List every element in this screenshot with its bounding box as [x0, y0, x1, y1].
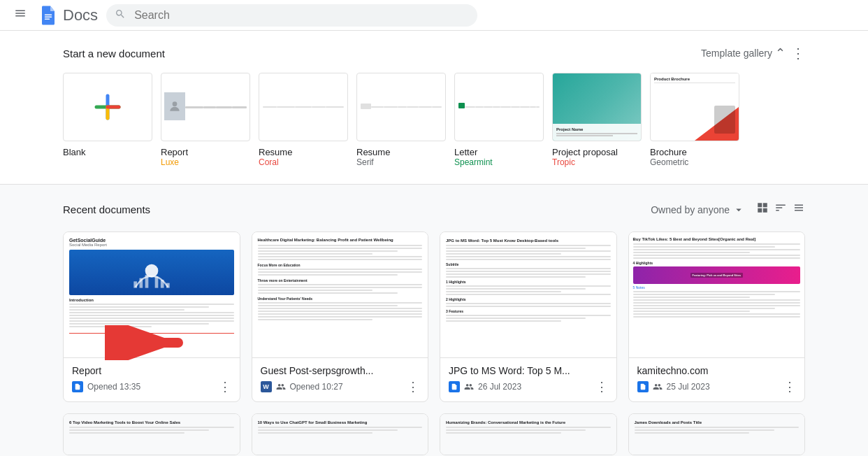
template-subname-spearmint: Spearmint: [454, 157, 493, 167]
doc-title: Report: [72, 365, 231, 376]
template-project-proposal[interactable]: Project Name Project proposal Tropic: [552, 73, 642, 167]
arrow-icon: [105, 325, 189, 360]
template-thumb-resume-coral: [259, 73, 348, 141]
template-gallery-button[interactable]: Template gallery ⌃: [701, 45, 786, 61]
doc-card-video-marketing[interactable]: 6 Top Video Marketing Tools to Boost You…: [63, 413, 240, 455]
doc-card-guest-post[interactable]: Healthcare Digital Marketing: Balancing …: [252, 231, 429, 402]
search-bar: [106, 4, 477, 27]
template-thumb-letter: [454, 73, 544, 141]
docs-grid: GetSocialGuide Social Media Report: [63, 231, 805, 402]
doc-card-chatgpt[interactable]: 10 Ways to Use ChatGPT for Small Busines…: [252, 413, 429, 455]
template-name-blank: Blank: [63, 147, 86, 157]
grid-view-icon[interactable]: [756, 201, 769, 218]
template-name: Brochure: [650, 147, 687, 157]
template-blank[interactable]: Blank: [63, 73, 152, 167]
template-subname-tropic: Tropic: [552, 157, 575, 167]
template-thumb-brochure: Product Brochure: [650, 73, 739, 141]
svg-rect-16: [166, 283, 170, 288]
app-title: Docs: [63, 6, 98, 24]
shared-icon: [653, 382, 663, 392]
template-name: Resume: [259, 147, 292, 157]
templates-grid: Blank Report Luxe: [0, 73, 868, 167]
docs-logo-icon: [38, 5, 59, 26]
doc-meta-text: 26 Jul 2023: [478, 382, 521, 392]
svg-rect-14: [154, 276, 158, 287]
arrow-overlay: [105, 325, 189, 360]
docs-icon: [449, 381, 460, 392]
template-subname-luxe: Luxe: [161, 157, 179, 167]
template-name: Resume: [356, 147, 390, 157]
sort-icon[interactable]: [774, 201, 787, 218]
template-name: Report: [161, 147, 188, 157]
doc-meta-text: 25 Jul 2023: [667, 382, 710, 392]
doc-thumb-james: James Downloads and Posts Title: [629, 414, 805, 455]
owned-by-button[interactable]: Owned by anyone: [651, 204, 745, 216]
list-view-icon[interactable]: [793, 201, 805, 218]
svg-point-7: [172, 101, 177, 106]
template-report-luxe[interactable]: Report Luxe: [161, 73, 250, 167]
template-name: Project proposal: [552, 147, 618, 157]
menu-icon[interactable]: [11, 4, 29, 26]
doc-thumb-humanizing: Humanizing Brands: Conversational Market…: [440, 414, 616, 455]
template-section-title: Start a new document: [63, 48, 165, 59]
chevron-icon: ⌃: [775, 45, 786, 61]
svg-rect-15: [161, 280, 164, 288]
doc-thumb-video: 6 Top Video Marketing Tools to Boost You…: [64, 414, 240, 455]
chevron-down-icon: [732, 204, 745, 216]
svg-rect-2: [45, 18, 50, 20]
svg-rect-11: [133, 281, 137, 287]
recent-header: Recent documents Owned by anyone: [63, 201, 805, 218]
template-subname-geometric: Geometric: [650, 157, 688, 167]
shared-icon: [464, 382, 474, 392]
docs-icon: [637, 381, 649, 392]
template-letter-spearmint[interactable]: Letter Spearmint: [454, 73, 544, 167]
svg-rect-12: [139, 278, 143, 288]
doc-card-humanizing[interactable]: Humanizing Brands: Conversational Market…: [440, 413, 617, 455]
doc-title: JPG to MS Word: Top 5 M...: [449, 365, 608, 376]
svg-rect-1: [45, 16, 52, 17]
logo: Docs: [38, 5, 98, 26]
doc-thumb-guest: Healthcare Digital Marketing: Balancing …: [252, 232, 428, 358]
doc-more-icon[interactable]: ⋮: [219, 379, 231, 394]
shared-icon: [276, 382, 286, 392]
doc-meta-text: Opened 13:35: [87, 382, 140, 392]
more-options-icon[interactable]: ⋮: [791, 45, 805, 62]
recent-section-title: Recent documents: [63, 204, 150, 215]
svg-rect-13: [145, 275, 148, 288]
docs-grid-bottom: 6 Top Video Marketing Tools to Boost You…: [63, 413, 805, 455]
template-thumb-resume-serif: [356, 73, 446, 141]
doc-thumb-chatgpt: 10 Ways to Use ChatGPT for Small Busines…: [252, 414, 428, 455]
template-resume-serif[interactable]: Resume Serif: [356, 73, 446, 167]
doc-title: Guest Post-serpsgrowth...: [261, 365, 420, 376]
doc-card-jpg[interactable]: JPG to MS Word: Top 5 Must Know Desktop-…: [440, 231, 617, 402]
doc-meta-text: Opened 10:27: [290, 382, 343, 392]
header: Docs: [0, 0, 868, 31]
search-input[interactable]: [106, 4, 477, 27]
doc-title: kamitechno.com: [637, 365, 797, 376]
doc-card-kamitechno[interactable]: Buy TikTok Likes: 5 Best and Beyond Site…: [628, 231, 806, 402]
main-content: Start a new document Template gallery ⌃ …: [0, 31, 868, 456]
view-icons: [756, 201, 805, 218]
template-thumb-proposal: Project Name: [552, 73, 642, 141]
template-subname-serif: Serif: [356, 157, 374, 167]
svg-rect-0: [45, 14, 52, 15]
template-subname-coral: Coral: [259, 157, 279, 167]
template-resume-coral[interactable]: Resume Coral: [259, 73, 348, 167]
recent-section: Recent documents Owned by anyone: [0, 185, 868, 456]
docs-icon: [72, 381, 83, 392]
template-name: Letter: [454, 147, 477, 157]
template-section: Start a new document Template gallery ⌃ …: [0, 31, 868, 185]
doc-thumb-kami: Buy TikTok Likes: 5 Best and Beyond Site…: [629, 232, 805, 358]
doc-thumb-jpg: JPG to MS Word: Top 5 Must Know Desktop-…: [440, 232, 616, 358]
word-icon: W: [261, 381, 272, 392]
template-thumb-report: [161, 73, 250, 141]
doc-more-icon[interactable]: ⋮: [783, 379, 796, 394]
search-icon: [115, 8, 126, 22]
doc-more-icon[interactable]: ⋮: [595, 379, 608, 394]
doc-more-icon[interactable]: ⋮: [407, 379, 419, 394]
template-thumb-blank: [63, 73, 152, 141]
template-brochure-geometric[interactable]: Product Brochure Brochure Geometric: [650, 73, 739, 167]
doc-card-james[interactable]: James Downloads and Posts Title: [628, 413, 806, 455]
doc-card-report[interactable]: GetSocialGuide Social Media Report: [63, 231, 240, 402]
